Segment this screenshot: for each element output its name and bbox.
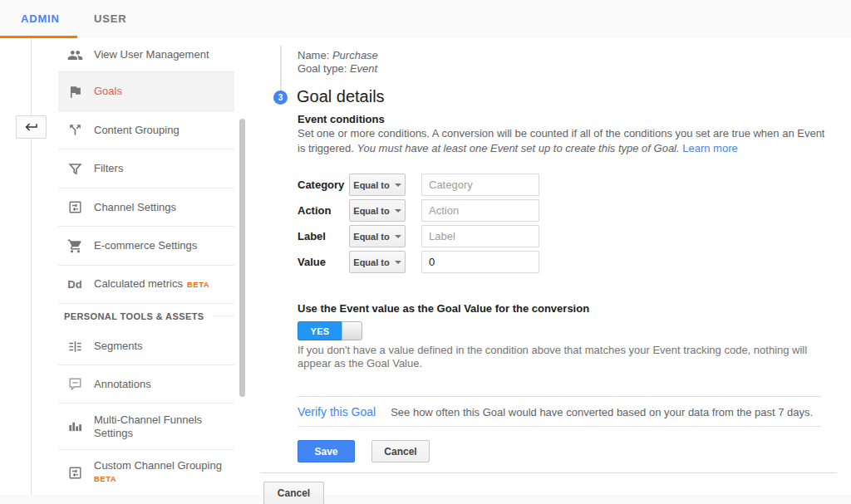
- sidebar-item-label: Calculated metrics: [94, 277, 183, 290]
- divider: [298, 426, 821, 427]
- sidebar-item-label: Channel Settings: [94, 201, 176, 214]
- dd-icon: Dd: [66, 278, 84, 291]
- sidebar-item-goals[interactable]: Goals: [58, 72, 234, 111]
- label-input[interactable]: [421, 225, 539, 247]
- condition-row-label: Label Equal to: [298, 225, 539, 247]
- goal-name-line: Name: Purchase: [298, 49, 378, 62]
- chevron-down-icon: [395, 235, 401, 238]
- goal-type-line: Goal type: Event: [298, 62, 378, 76]
- operator-dropdown[interactable]: Equal to: [349, 225, 406, 247]
- toggle-state-label: YES: [298, 321, 342, 340]
- condition-label: Label: [298, 230, 349, 242]
- tab-user[interactable]: USER: [94, 12, 126, 25]
- sidebar-item-label: Segments: [94, 340, 143, 353]
- step-connector-line: [280, 46, 282, 91]
- sidebar-item-calculated-metrics[interactable]: Dd Calculated metricsBETA: [58, 266, 234, 304]
- people-icon: [66, 47, 84, 63]
- sidebar: View User Management Goals Content Group…: [58, 38, 234, 495]
- sidebar-item-label: E-commerce Settings: [94, 239, 197, 252]
- verify-goal-description: See how often this Goal would have conve…: [391, 406, 813, 418]
- page-bottom-strip: [0, 495, 851, 504]
- top-tab-bar: ADMIN USER: [0, 0, 851, 38]
- save-button[interactable]: Save: [298, 440, 355, 462]
- split-icon: [66, 122, 84, 138]
- annotation-bubble-icon: [66, 376, 84, 392]
- goal-value-toggle[interactable]: YES: [298, 321, 362, 340]
- sidebar-item-label: Annotations: [94, 378, 151, 391]
- left-rail-divider: [31, 38, 32, 495]
- sidebar-item-label: Custom Channel Grouping: [94, 459, 222, 472]
- operator-dropdown[interactable]: Equal to: [349, 199, 406, 222]
- condition-row-value: Value Equal to: [298, 251, 539, 273]
- operator-dropdown[interactable]: Equal to: [349, 174, 406, 196]
- tab-admin[interactable]: ADMIN: [21, 12, 60, 25]
- condition-row-action: Action Equal to: [298, 199, 539, 222]
- goal-value-toggle-label: Use the Event value as the Goal Value fo…: [298, 302, 589, 315]
- sidebar-item-label: Content Grouping: [94, 124, 180, 137]
- sidebar-item-annotations[interactable]: Annotations: [58, 365, 234, 404]
- beta-badge: BETA: [94, 472, 222, 486]
- goal-summary: Name: Purchase Goal type: Event: [298, 49, 378, 76]
- condition-label: Value: [298, 256, 349, 268]
- sidebar-item-ecommerce-settings[interactable]: E-commerce Settings: [58, 227, 234, 266]
- sidebar-item-label: Goals: [94, 85, 122, 98]
- flag-icon: [66, 84, 84, 100]
- sidebar-item-multi-channel-funnels[interactable]: Multi-Channel Funnels Settings: [58, 404, 234, 450]
- goal-value-help-text: If you don't have a value defined in the…: [298, 344, 831, 370]
- admin-page: ADMIN USER View User Management Goals: [0, 0, 851, 504]
- channel-grouping-icon: [66, 465, 84, 481]
- cart-icon: [66, 238, 84, 254]
- chevron-down-icon: [395, 261, 401, 264]
- operator-dropdown[interactable]: Equal to: [349, 251, 406, 273]
- sidebar-item-content-grouping[interactable]: Content Grouping: [58, 111, 234, 149]
- goal-name-value: Purchase: [332, 49, 378, 61]
- verify-goal-link[interactable]: Verify this Goal: [298, 405, 376, 418]
- category-input[interactable]: [421, 174, 539, 196]
- goal-type-value: Event: [350, 62, 377, 75]
- event-conditions-heading: Event conditions: [298, 113, 385, 125]
- condition-row-category: Category Equal to: [298, 174, 539, 196]
- sidebar-item-filters[interactable]: Filters: [58, 149, 234, 188]
- back-arrow-icon: [24, 120, 39, 135]
- sidebar-item-label: View User Management: [94, 48, 209, 61]
- sidebar-item-segments[interactable]: Segments: [58, 328, 234, 365]
- sidebar-item-label: Multi-Channel Funnels Settings: [94, 413, 219, 440]
- verify-goal-row: Verify this Goal See how often this Goal…: [298, 405, 813, 418]
- page-title: Goal details: [297, 87, 385, 106]
- section-header-label: PERSONAL TOOLS & ASSETS: [64, 311, 204, 321]
- chevron-down-icon: [395, 209, 401, 213]
- sidebar-item-channel-settings[interactable]: Channel Settings: [58, 188, 234, 227]
- bottom-divider: [260, 472, 837, 473]
- divider: [298, 396, 821, 397]
- sidebar-item-label: Filters: [94, 162, 123, 175]
- step-number-badge: 3: [273, 91, 288, 105]
- toggle-knob: [342, 321, 362, 340]
- event-conditions-description: Set one or more conditions. A conversion…: [298, 126, 834, 156]
- sidebar-section-header: PERSONAL TOOLS & ASSETS: [58, 304, 234, 328]
- sidebar-item-view-user-management[interactable]: View User Management: [58, 38, 234, 72]
- beta-badge: BETA: [187, 280, 209, 289]
- channel-settings-icon: [66, 199, 84, 215]
- action-input[interactable]: [421, 199, 539, 222]
- segments-icon: [66, 339, 84, 355]
- cancel-button[interactable]: Cancel: [371, 440, 430, 462]
- outer-cancel-button[interactable]: Cancel: [263, 482, 324, 504]
- funnel-icon: [66, 161, 84, 177]
- section-header-divider: [212, 316, 234, 316]
- value-input[interactable]: [421, 251, 539, 273]
- condition-label: Action: [298, 204, 349, 217]
- condition-label: Category: [298, 179, 349, 191]
- chevron-down-icon: [395, 183, 401, 187]
- sidebar-scrollbar[interactable]: [239, 119, 245, 397]
- collapse-sidebar-button[interactable]: [16, 115, 47, 139]
- event-conditions-form: Category Equal to Action Equal to Label …: [298, 174, 539, 276]
- sidebar-item-custom-channel-grouping[interactable]: Custom Channel Grouping BETA: [58, 450, 234, 495]
- learn-more-link[interactable]: Learn more: [682, 142, 737, 154]
- bar-chart-icon: [66, 418, 84, 434]
